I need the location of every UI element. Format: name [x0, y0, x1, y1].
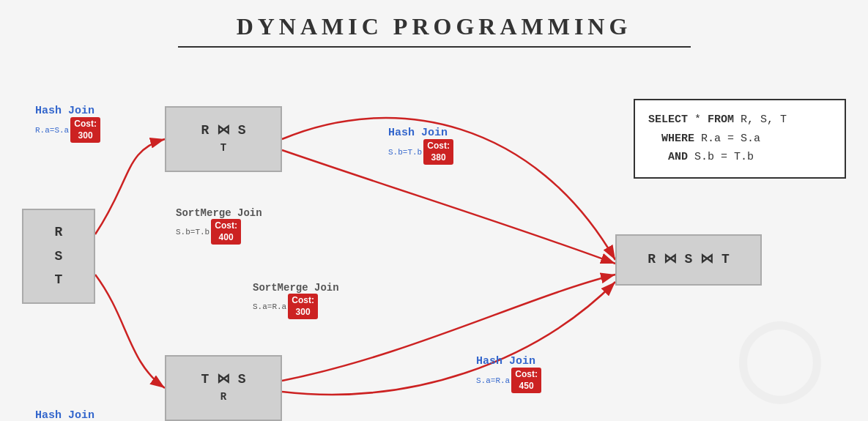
join-label-bottom-left: Hash Join T.b=S.b Cost:200: [35, 409, 100, 421]
join-label-bottom-right: Hash Join S.a=R.a Cost:450: [476, 355, 541, 393]
sql-line1: SELECT * FROM R, S, T: [648, 111, 831, 130]
watermark: ◯: [678, 275, 868, 421]
join-label-top-left: Hash Join R.a=S.a Cost:300: [35, 105, 100, 143]
sql-line2: WHERE R.a = S.a: [648, 130, 831, 149]
sql-box: SELECT * FROM R, S, T WHERE R.a = S.a AN…: [634, 99, 846, 179]
sql-line3: AND S.b = T.b: [648, 148, 831, 167]
page-title: DYNAMIC PROGRAMMING: [0, 0, 868, 46]
join-label-top-right: Hash Join S.b=T.b Cost:380: [388, 127, 453, 165]
node-rs: R ⋈ ST: [165, 106, 282, 172]
join-label-mid-bottom: SortMerge Join S.a=R.a Cost:300: [253, 282, 339, 319]
node-ts: T ⋈ SR: [165, 355, 282, 421]
node-rst-final: R ⋈ S ⋈ T: [615, 234, 762, 286]
diagram-area: RST R ⋈ ST T ⋈ SR R ⋈ S ⋈ T Hash Join R.…: [0, 48, 868, 421]
node-rst-base: RST: [22, 209, 95, 304]
join-label-mid-top: SortMerge Join S.b=T.b Cost:400: [176, 207, 262, 245]
